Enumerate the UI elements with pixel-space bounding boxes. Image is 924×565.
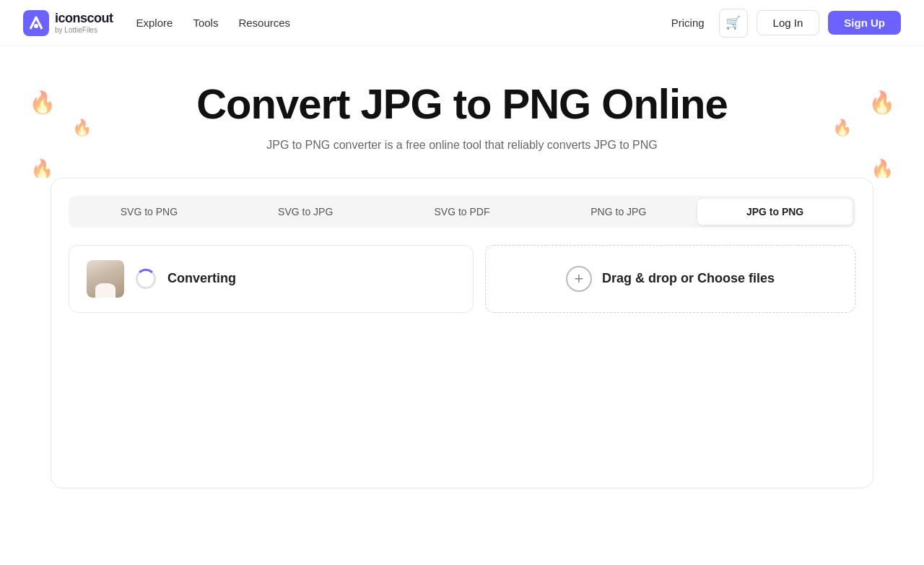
nav-link-explore[interactable]: Explore bbox=[136, 17, 173, 29]
hero-subtitle: JPG to PNG converter is a free online to… bbox=[0, 139, 924, 152]
converting-label: Converting bbox=[167, 271, 236, 286]
navbar: iconscout by LottieFiles Explore Tools R… bbox=[0, 0, 924, 46]
nav-link-tools[interactable]: Tools bbox=[193, 17, 218, 29]
logo-icon bbox=[23, 10, 49, 36]
content-area: SVG to PNG SVG to JPG SVG to PDF PNG to … bbox=[0, 178, 924, 488]
nav-links: Explore Tools Resources bbox=[136, 17, 291, 29]
hero-section: 🔥 🔥 🔥 🔥 🔥 🔥 Convert JPG to PNG Online JP… bbox=[0, 46, 924, 178]
svg-rect-0 bbox=[23, 10, 49, 36]
logo-title: iconscout bbox=[55, 12, 113, 26]
tab-svg-to-jpg[interactable]: SVG to JPG bbox=[228, 199, 383, 225]
tab-svg-to-png[interactable]: SVG to PNG bbox=[71, 199, 227, 225]
flame-decoration-6: 🔥 bbox=[871, 158, 894, 178]
plus-icon: + bbox=[566, 266, 592, 292]
pricing-link[interactable]: Pricing bbox=[666, 17, 710, 29]
nav-link-resources[interactable]: Resources bbox=[238, 17, 290, 29]
page-wrap: iconscout by LottieFiles Explore Tools R… bbox=[0, 0, 924, 565]
nav-left: iconscout by LottieFiles Explore Tools R… bbox=[23, 10, 290, 36]
logo-sub: by LottieFiles bbox=[55, 26, 113, 34]
main-card: SVG to PNG SVG to JPG SVG to PDF PNG to … bbox=[51, 178, 873, 488]
login-button[interactable]: Log In bbox=[757, 10, 820, 35]
cart-icon: 🛒 bbox=[725, 15, 741, 30]
signup-button[interactable]: Sign Up bbox=[828, 11, 901, 35]
converting-spinner bbox=[136, 269, 156, 289]
logo-text: iconscout by LottieFiles bbox=[55, 12, 113, 34]
svg-point-1 bbox=[34, 24, 38, 28]
converter-row: Converting + Drag & drop or Choose files bbox=[69, 245, 855, 313]
tab-svg-to-pdf[interactable]: SVG to PDF bbox=[385, 199, 540, 225]
converting-panel: Converting bbox=[69, 245, 474, 313]
logo-area[interactable]: iconscout by LottieFiles bbox=[23, 10, 113, 36]
drop-label: Drag & drop or Choose files bbox=[602, 271, 775, 286]
tab-jpg-to-png[interactable]: JPG to PNG bbox=[697, 199, 853, 225]
drop-zone[interactable]: + Drag & drop or Choose files bbox=[485, 245, 855, 313]
flame-decoration-3: 🔥 bbox=[30, 158, 53, 178]
nav-right: Pricing 🛒 Log In Sign Up bbox=[666, 9, 901, 38]
file-thumbnail bbox=[87, 260, 124, 298]
tab-png-to-jpg[interactable]: PNG to JPG bbox=[541, 199, 696, 225]
page-title: Convert JPG to PNG Online bbox=[0, 81, 924, 127]
cart-button[interactable]: 🛒 bbox=[719, 9, 748, 38]
tabs-bar: SVG to PNG SVG to JPG SVG to PDF PNG to … bbox=[69, 196, 855, 228]
thumb-inner bbox=[87, 260, 124, 298]
